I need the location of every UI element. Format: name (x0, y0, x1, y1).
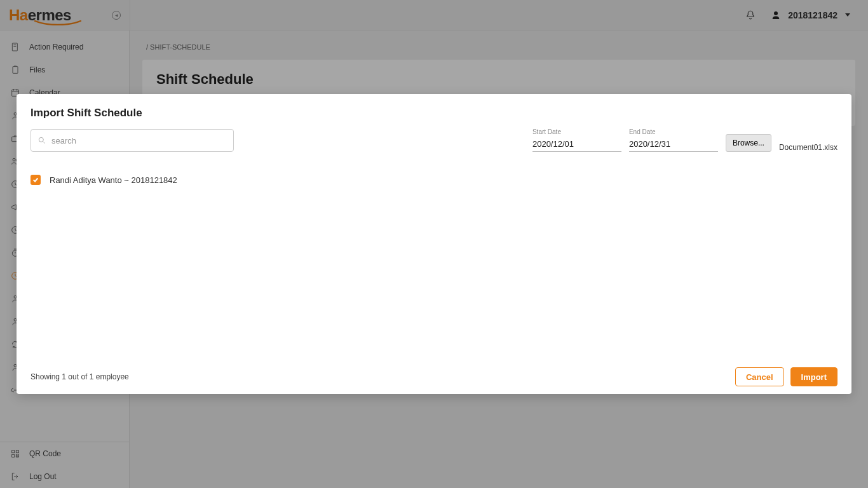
employee-checkbox[interactable] (31, 175, 41, 185)
employee-row[interactable]: Randi Aditya Wanto ~ 2018121842 (31, 175, 837, 185)
modal-title: Import Shift Schedule (17, 94, 851, 125)
employee-list: Randi Aditya Wanto ~ 2018121842 (31, 175, 837, 185)
search-field-wrap[interactable] (31, 129, 234, 152)
start-date-input[interactable] (532, 137, 621, 152)
end-date-label: End Date (629, 128, 718, 135)
selected-file-name: Document01.xlsx (779, 143, 837, 152)
end-date-input[interactable] (629, 137, 718, 152)
end-date-field: End Date (629, 128, 718, 152)
employee-name: Randi Aditya Wanto ~ 2018121842 (50, 175, 177, 185)
import-button[interactable]: Import (790, 367, 837, 386)
search-input[interactable] (51, 136, 227, 146)
search-icon (37, 136, 46, 145)
start-date-field: Start Date (532, 128, 621, 152)
start-date-label: Start Date (532, 128, 621, 135)
svg-point-17 (39, 137, 43, 142)
cancel-button[interactable]: Cancel (735, 367, 784, 386)
browse-button[interactable]: Browse... (726, 134, 771, 152)
result-count-text: Showing 1 out of 1 employee (31, 372, 129, 381)
import-shift-schedule-modal: Import Shift Schedule Start Date End Dat… (17, 94, 851, 394)
